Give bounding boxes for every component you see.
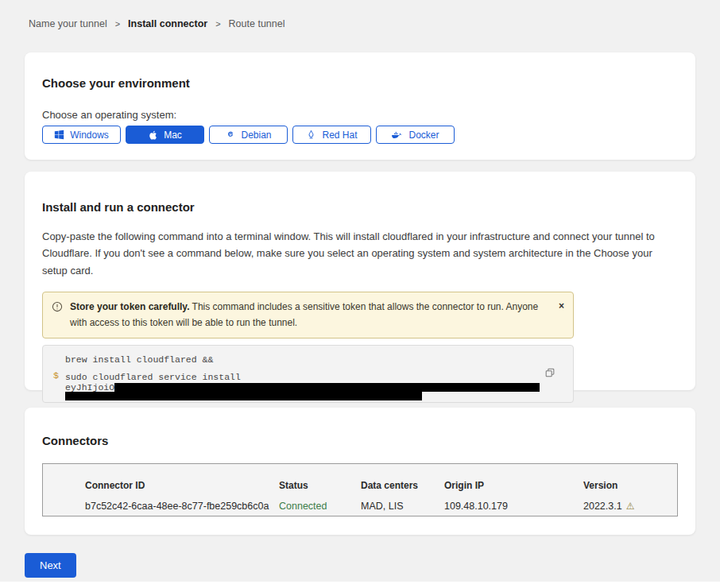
tunnel-setup-page: Name your tunnel > Install connector > R… [0, 0, 720, 588]
table-row: b7c52c42-6caa-48ee-8c77-fbe259cb6c0a Con… [85, 501, 677, 512]
os-button-group: Windows Mac Debian Red Hat [42, 126, 678, 144]
os-button-label: Mac [164, 130, 182, 141]
col-version: Version [583, 480, 677, 491]
status-badge: Connected [279, 501, 361, 512]
install-command-codeblock: $ brew install cloudflared && sudo cloud… [42, 345, 574, 403]
os-button-label: Docker [408, 130, 439, 141]
version-value: 2022.3.1 ⚠ [583, 501, 677, 512]
install-connector-card: Install and run a connector Copy-paste t… [25, 172, 695, 390]
connectors-card: Connectors Connector ID Status Data cent… [25, 408, 695, 535]
os-select-label: Choose an operating system: [42, 109, 678, 121]
os-button-redhat[interactable]: Red Hat [292, 126, 371, 144]
origin-ip-value: 109.48.10.179 [444, 501, 583, 512]
token-prefix: eyJhIjoiO [65, 382, 114, 393]
breadcrumb-step-name-your-tunnel[interactable]: Name your tunnel [29, 18, 107, 29]
shell-prompt: $ [53, 370, 59, 381]
debian-icon [225, 130, 235, 140]
environment-card-title: Choose your environment [42, 52, 678, 90]
os-button-label: Red Hat [322, 130, 357, 141]
breadcrumb-step-install-connector: Install connector [128, 18, 207, 29]
connectors-table: Connector ID Status Data centers Origin … [42, 463, 678, 516]
apple-icon [148, 130, 158, 141]
bottom-strip [0, 582, 720, 588]
install-connector-title: Install and run a connector [42, 172, 678, 214]
connectors-table-header: Connector ID Status Data centers Origin … [85, 480, 677, 491]
col-status: Status [279, 480, 361, 491]
connector-id-value: b7c52c42-6caa-48ee-8c77-fbe259cb6c0a [85, 501, 279, 512]
breadcrumb-step-route-tunnel: Route tunnel [229, 18, 285, 29]
close-icon[interactable]: × [559, 300, 564, 313]
windows-icon [54, 130, 64, 140]
os-button-mac[interactable]: Mac [126, 126, 204, 144]
next-button[interactable]: Next [25, 553, 76, 578]
os-button-label: Debian [241, 130, 271, 141]
breadcrumb-separator: > [215, 19, 220, 29]
redacted-token-bar [65, 392, 422, 400]
environment-card: Choose your environment Choose an operat… [25, 52, 695, 160]
os-button-label: Windows [70, 130, 109, 141]
os-button-docker[interactable]: Docker [376, 126, 455, 144]
docker-icon [391, 130, 403, 140]
alert-circle-icon [52, 301, 63, 317]
token-warning-bold: Store your token carefully. [70, 301, 190, 312]
col-data-centers: Data centers [361, 480, 444, 491]
connectors-title: Connectors [42, 408, 678, 447]
os-button-debian[interactable]: Debian [209, 126, 288, 144]
version-warning-icon: ⚠ [626, 501, 635, 511]
os-button-windows[interactable]: Windows [42, 126, 121, 144]
breadcrumb: Name your tunnel > Install connector > R… [29, 18, 285, 29]
redacted-token-bar [114, 383, 540, 392]
redhat-icon [306, 130, 316, 141]
data-centers-value: MAD, LIS [361, 501, 444, 512]
col-origin-ip: Origin IP [444, 480, 583, 491]
copy-icon[interactable] [544, 367, 555, 381]
col-connector-id: Connector ID [85, 480, 279, 491]
command-line-2: sudo cloudflared service install [65, 373, 560, 382]
token-warning-text: Store your token carefully. This command… [70, 301, 538, 327]
breadcrumb-separator: > [115, 19, 120, 29]
install-connector-description: Copy-paste the following command into a … [42, 228, 678, 279]
command-line-1: brew install cloudflared && [65, 355, 560, 365]
token-warning-banner: Store your token carefully. This command… [42, 292, 574, 338]
token-line: eyJhIjoiO [65, 383, 560, 392]
